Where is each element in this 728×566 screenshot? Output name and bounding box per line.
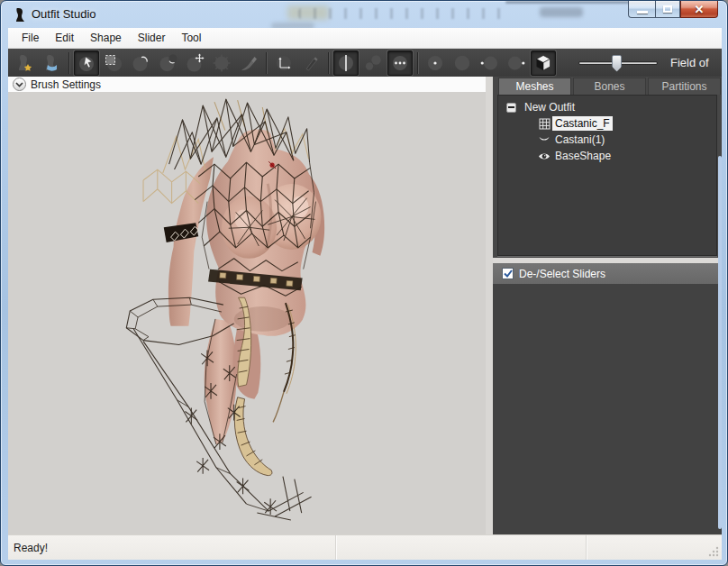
brush-dot-left-icon (479, 53, 499, 73)
panel-splitter[interactable] (486, 77, 493, 534)
tree-root-new-outfit[interactable]: New Outfit (498, 99, 716, 115)
minimize-icon (637, 11, 648, 14)
close-icon: ✕ (695, 4, 705, 15)
connected-vertices-button[interactable] (360, 50, 386, 76)
move-brush-icon (185, 53, 205, 73)
brush-solid-button[interactable] (450, 50, 475, 76)
meshes-panel: Meshes Bones Partitions New Outfit Casta… (493, 77, 722, 534)
menu-shape[interactable]: Shape (82, 29, 130, 47)
smooth-brush-button[interactable] (209, 50, 234, 76)
perspective-cube-button[interactable] (531, 50, 556, 76)
title-bar[interactable]: Outfit Studio ✕ (1, 1, 728, 28)
transform-tool-button[interactable] (271, 50, 296, 76)
fov-slider-thumb[interactable] (612, 55, 622, 72)
glass-smudge (298, 8, 504, 19)
glass-smudge (540, 7, 583, 17)
brush-settings-label: Brush Settings (31, 78, 101, 91)
close-button[interactable]: ✕ (680, 1, 718, 18)
tree-item-label: Castanic_F (552, 116, 613, 131)
tree-item-label: BaseShape (552, 149, 614, 163)
tab-partitions[interactable]: Partitions (648, 78, 721, 95)
brush-dot-right-button[interactable] (504, 50, 529, 76)
menu-tool[interactable]: Tool (173, 29, 209, 47)
menu-bar: File Edit Shape Slider Tool (8, 28, 722, 49)
load-project-icon (41, 53, 61, 73)
tab-bones[interactable]: Bones (573, 78, 646, 95)
mask-brush-icon (104, 53, 123, 73)
brush-dot-left-button[interactable] (477, 50, 502, 76)
smooth-brush-icon (212, 53, 232, 73)
toolbar: Field of (8, 49, 722, 77)
fov-label: Field of (670, 56, 709, 69)
caption-buttons: ✕ (628, 1, 718, 19)
move-brush-button[interactable] (182, 50, 207, 76)
mirror-x-icon (336, 53, 356, 73)
wireframe-grid-icon (538, 117, 551, 130)
maximize-button[interactable] (655, 1, 680, 18)
tree-item-castani-1[interactable]: Castani(1) (498, 132, 716, 148)
status-message: Ready! (14, 542, 48, 554)
maximize-icon (663, 5, 672, 13)
fov-slider-track[interactable] (578, 61, 658, 65)
glass-smudge (287, 5, 329, 20)
inflate-brush-button[interactable] (128, 50, 153, 76)
select-brush-button[interactable] (74, 50, 99, 76)
panel-scrollbar[interactable] (718, 156, 722, 529)
sliders-header[interactable]: De-/Select Sliders (493, 263, 722, 284)
global-brush-icon (390, 53, 410, 73)
mirror-x-button[interactable] (333, 50, 359, 76)
deflate-brush-button[interactable] (155, 50, 180, 76)
tree-item-baseshape[interactable]: BaseShape (498, 148, 716, 164)
perspective-cube-icon (533, 53, 553, 73)
toolbar-separator (266, 52, 267, 74)
fov-slider[interactable] (578, 61, 658, 65)
tree-item-castanic-f[interactable]: Castanic_F (498, 115, 716, 132)
pen-tool-button[interactable] (298, 50, 323, 76)
outfit-studio-window: Outfit Studio ✕ File Edit Shape Slider T… (0, 0, 728, 566)
inflate-brush-icon (131, 53, 150, 73)
minimize-button[interactable] (628, 1, 655, 18)
crescent-icon (538, 133, 551, 146)
toolbar-separator (68, 52, 69, 74)
mask-brush-button[interactable] (101, 50, 126, 76)
app-icon[interactable] (13, 7, 27, 23)
new-project-icon (14, 53, 34, 73)
mesh-tree: New Outfit Castanic_F Castani(1) BaseSha… (497, 95, 717, 256)
status-cell-3 (587, 535, 722, 560)
collapse-toggle-icon[interactable] (506, 103, 516, 113)
brush-dot-right-icon (506, 53, 526, 73)
menu-slider[interactable]: Slider (130, 29, 174, 47)
load-project-button[interactable] (39, 50, 64, 76)
check-icon (504, 269, 513, 278)
deselect-sliders-checkbox[interactable] (502, 268, 514, 279)
chevron-down-icon[interactable] (13, 78, 26, 91)
viewport-3d-model (8, 92, 486, 534)
brush-center-dot-icon (425, 53, 445, 73)
paint-brush-button[interactable] (236, 50, 261, 76)
tab-meshes[interactable]: Meshes (498, 78, 571, 95)
brush-center-dot-button[interactable] (423, 50, 448, 76)
transform-tool-icon (274, 53, 294, 73)
brush-settings-header[interactable]: Brush Settings (8, 77, 486, 92)
brush-solid-icon (452, 53, 472, 73)
status-cell-2 (336, 535, 587, 560)
deflate-brush-icon (158, 53, 177, 73)
menu-file[interactable]: File (14, 29, 47, 47)
window-title: Outfit Studio (32, 7, 96, 21)
panel-tabs: Meshes Bones Partitions (498, 78, 721, 95)
new-project-button[interactable] (12, 50, 37, 76)
viewport-3d[interactable] (8, 92, 486, 534)
connected-vertices-icon (363, 53, 383, 73)
tree-item-label: Castani(1) (552, 132, 607, 147)
sliders-list-area (493, 284, 722, 534)
eye-icon (538, 150, 551, 162)
paint-brush-icon (239, 53, 259, 73)
toolbar-separator (417, 52, 418, 74)
select-brush-icon (77, 53, 96, 73)
global-brush-button[interactable] (387, 50, 413, 76)
resize-grip[interactable] (707, 545, 719, 557)
status-bar: Ready! (8, 534, 722, 560)
toolbar-separator (328, 52, 329, 74)
menu-edit[interactable]: Edit (47, 29, 82, 47)
pen-tool-icon (301, 53, 321, 73)
